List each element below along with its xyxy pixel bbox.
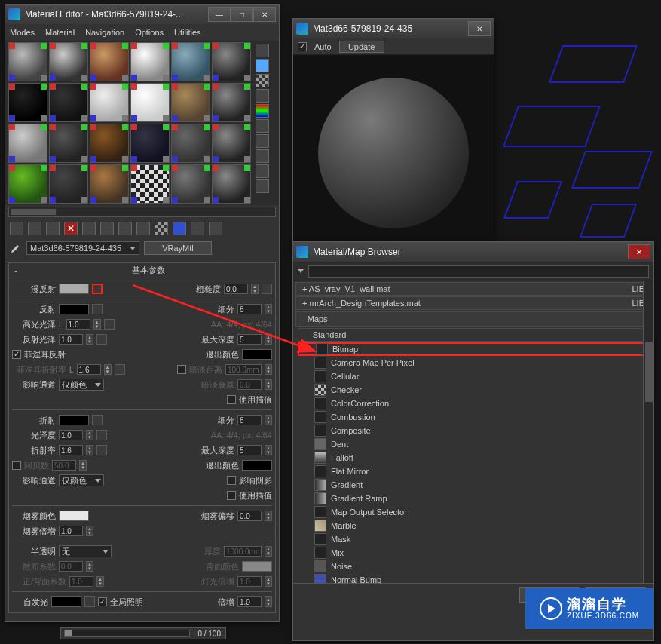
- material-slot[interactable]: [212, 124, 251, 163]
- maximize-button[interactable]: □: [231, 7, 253, 22]
- go-sibling-icon[interactable]: [209, 222, 222, 235]
- fogmult-spinner[interactable]: 1.0: [59, 526, 83, 536]
- show-map-icon[interactable]: [155, 222, 168, 235]
- affectshadow-checkbox[interactable]: [227, 476, 236, 485]
- menu-material[interactable]: Material: [45, 28, 75, 37]
- diffuse-map-button[interactable]: [92, 284, 103, 294]
- roughness-spinner[interactable]: 0.0: [224, 284, 248, 294]
- put-library-icon[interactable]: [118, 222, 132, 235]
- material-slot[interactable]: [171, 164, 210, 204]
- hilight-map-button[interactable]: [104, 319, 115, 330]
- map-item[interactable]: Falloff: [293, 451, 653, 465]
- subdiv-spinner[interactable]: 8: [237, 304, 262, 314]
- material-slot[interactable]: [212, 83, 251, 122]
- material-slot[interactable]: [49, 83, 88, 122]
- make-unique-icon[interactable]: [100, 222, 114, 235]
- background-icon[interactable]: [256, 74, 269, 87]
- material-slot[interactable]: [90, 124, 129, 163]
- extra-icon[interactable]: [256, 179, 269, 193]
- spinner-buttons[interactable]: ▲▼: [265, 415, 272, 425]
- map-item[interactable]: Dent: [293, 437, 653, 451]
- spinner-buttons[interactable]: ▲▼: [96, 576, 104, 587]
- reflect-map-button[interactable]: [92, 304, 103, 314]
- thickness-spinner[interactable]: 1000.0mm: [224, 546, 262, 557]
- map-item[interactable]: Camera Map Per Pixel: [293, 356, 653, 370]
- spinner-buttons[interactable]: ▲▼: [251, 284, 259, 294]
- video-color-icon[interactable]: [256, 104, 269, 118]
- close-button[interactable]: ✕: [468, 21, 491, 36]
- sample-type-icon[interactable]: [256, 44, 269, 57]
- spinner-buttons[interactable]: ▲▼: [86, 334, 93, 345]
- fresnelior-spinner[interactable]: 1.6: [77, 364, 101, 375]
- spinner-buttons[interactable]: ▲▼: [265, 576, 272, 587]
- scatter-spinner[interactable]: 0.0: [59, 561, 83, 572]
- menu-utilities[interactable]: Utilities: [174, 28, 200, 37]
- fresnel-checkbox[interactable]: [12, 350, 21, 359]
- material-name-dropdown[interactable]: Mat3d66-579819-24-435: [26, 241, 139, 255]
- go-parent-icon[interactable]: [191, 222, 204, 235]
- material-slot[interactable]: [130, 164, 170, 204]
- eyedropper-icon[interactable]: [10, 242, 22, 254]
- menu-navigation[interactable]: Navigation: [85, 28, 124, 37]
- exitcolor-swatch[interactable]: [242, 349, 272, 360]
- material-slot[interactable]: [90, 83, 129, 122]
- material-slot[interactable]: [49, 42, 88, 81]
- map-item-bitmap[interactable]: Bitmap: [298, 342, 649, 356]
- get-material-icon[interactable]: [10, 222, 23, 235]
- spinner-buttons[interactable]: ▲▼: [93, 319, 101, 330]
- map-item[interactable]: Gradient: [293, 478, 653, 492]
- put-material-icon[interactable]: [28, 222, 41, 235]
- material-editor-titlebar[interactable]: Material Editor - Mat3d66-579819-24-... …: [5, 5, 279, 24]
- spinner-buttons[interactable]: ▲▼: [104, 364, 112, 375]
- search-options-icon[interactable]: [298, 269, 304, 273]
- gi-checkbox[interactable]: [98, 597, 107, 606]
- menu-modes[interactable]: Modes: [10, 28, 35, 37]
- map-item[interactable]: Composite: [293, 424, 653, 437]
- material-slot[interactable]: [90, 164, 129, 204]
- dimdist-checkbox[interactable]: [177, 365, 186, 374]
- material-slot[interactable]: [130, 124, 170, 163]
- select-by-mat-icon[interactable]: [256, 149, 269, 163]
- maxdepth2-spinner[interactable]: 5: [237, 445, 262, 455]
- fwdback-spinner[interactable]: 1.0: [69, 576, 93, 587]
- rollout-area[interactable]: - 基本参数 漫反射 粗糙度 0.0 ▲▼ 反射 细分 8: [5, 258, 279, 615]
- material-slot[interactable]: [130, 42, 170, 81]
- spinner-buttons[interactable]: ▲▼: [265, 511, 272, 521]
- map-item[interactable]: ColorCorrection: [293, 397, 653, 410]
- map-item[interactable]: Mask: [293, 532, 653, 546]
- spinner-buttons[interactable]: ▲▼: [265, 596, 272, 607]
- ior-map-button[interactable]: [96, 445, 107, 455]
- reflgloss-spinner[interactable]: 1.0: [59, 334, 83, 345]
- map-item[interactable]: Map Output Selector: [293, 505, 653, 519]
- auto-checkbox[interactable]: [298, 42, 307, 51]
- make-copy-icon[interactable]: [82, 222, 96, 235]
- lib-item[interactable]: + AS_vray_V1_wall.matLIB: [295, 282, 651, 296]
- material-slot[interactable]: [171, 42, 210, 81]
- fogbias-spinner[interactable]: 0.0: [237, 511, 262, 521]
- material-map-icon[interactable]: [256, 164, 269, 178]
- map-item[interactable]: Marble: [293, 519, 653, 532]
- preview-viewport[interactable]: [293, 55, 494, 251]
- spinner-buttons[interactable]: ▲▼: [86, 430, 93, 440]
- spinner-buttons[interactable]: ▲▼: [265, 334, 272, 345]
- sample-uv-icon[interactable]: [256, 89, 269, 103]
- lib-item[interactable]: + mrArch_DesignTemplates.matLIB: [295, 296, 651, 310]
- maxdepth-spinner[interactable]: 5: [237, 334, 262, 345]
- useinterp2-checkbox[interactable]: [227, 491, 236, 500]
- reflect-swatch[interactable]: [59, 304, 89, 314]
- browser-titlebar[interactable]: Material/Map Browser ✕: [293, 242, 653, 262]
- rollout-header-basic[interactable]: - 基本参数: [8, 262, 276, 278]
- material-slot[interactable]: [49, 124, 88, 163]
- assign-selection-icon[interactable]: [46, 222, 60, 235]
- lightmult-spinner[interactable]: 1.0: [237, 576, 262, 587]
- trans-dropdown[interactable]: 无: [59, 545, 112, 557]
- refract-map-button[interactable]: [92, 415, 103, 425]
- material-slot[interactable]: [212, 164, 251, 204]
- material-slot[interactable]: [8, 124, 47, 163]
- spinner-buttons[interactable]: ▲▼: [265, 304, 272, 314]
- spinner-buttons[interactable]: ▲▼: [265, 546, 272, 557]
- maps-group-header[interactable]: - Maps: [295, 311, 651, 327]
- dimdist-spinner[interactable]: 100.0mm: [225, 364, 262, 375]
- gloss-map-button[interactable]: [96, 430, 107, 440]
- backlight-icon[interactable]: [256, 59, 269, 72]
